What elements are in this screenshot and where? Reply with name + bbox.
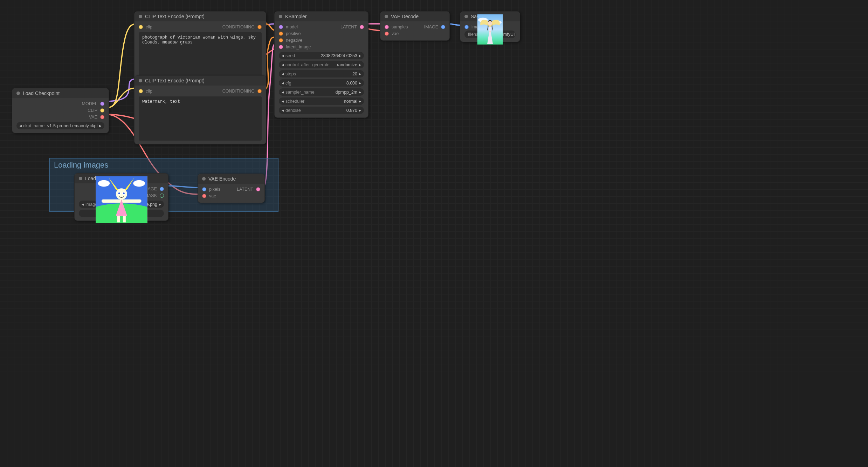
input-negative[interactable]: negative <box>279 37 320 43</box>
output-conditioning[interactable]: CONDITIONING <box>202 23 262 30</box>
input-pixels[interactable]: pixels <box>202 186 230 192</box>
port-negative-in[interactable] <box>279 38 283 42</box>
node-title: Load Image <box>85 176 111 181</box>
port-mask-out[interactable] <box>160 194 164 198</box>
output-mask[interactable]: MASK <box>79 192 164 199</box>
node-load-image[interactable]: Load Image IMAGE MASK ◀image example.png… <box>74 173 168 221</box>
arrow-right-icon[interactable]: ▶ <box>159 203 161 206</box>
output-image[interactable]: IMAGE <box>79 185 164 192</box>
widget-cfg[interactable]: ◀cfg8.000▶ <box>279 79 364 87</box>
port-clip-in[interactable] <box>139 89 143 93</box>
input-images[interactable]: images <box>464 23 516 30</box>
collapse-dot-icon[interactable] <box>385 15 388 18</box>
port-image-out[interactable] <box>441 25 445 29</box>
output-model[interactable]: MODEL <box>16 100 104 107</box>
node-header[interactable]: Load Image <box>75 174 168 183</box>
arrow-right-icon[interactable]: ▶ <box>359 109 361 112</box>
port-model-out[interactable] <box>100 102 104 106</box>
arrow-right-icon[interactable]: ▶ <box>359 81 361 85</box>
widget-filename-prefix[interactable]: filename_prefix ComfyUI <box>464 31 516 38</box>
port-model-in[interactable] <box>279 25 283 29</box>
arrow-right-icon[interactable]: ▶ <box>359 90 361 94</box>
output-vae[interactable]: VAE <box>16 114 104 120</box>
port-image-out[interactable] <box>160 187 164 191</box>
widget-ckpt-name[interactable]: ◀ckpt_name v1-5-pruned-emaonly.ckpt▶ <box>16 122 104 129</box>
widget-image[interactable]: ◀image example.png▶ <box>79 201 164 208</box>
port-pixels-in[interactable] <box>202 187 206 191</box>
widget-sampler-name[interactable]: ◀sampler_namedpmpp_2m▶ <box>279 88 364 96</box>
node-load-checkpoint[interactable]: Load Checkpoint MODEL CLIP VAE ◀ckpt_nam… <box>12 88 109 133</box>
arrow-right-icon[interactable]: ▶ <box>359 72 361 76</box>
widget-control-after-generate[interactable]: ◀control_after_generaterandomize▶ <box>279 61 364 68</box>
port-vae-in[interactable] <box>202 194 206 198</box>
port-cond-out[interactable] <box>257 25 262 29</box>
output-conditioning[interactable]: CONDITIONING <box>202 88 262 94</box>
arrow-left-icon[interactable]: ◀ <box>82 203 84 206</box>
arrow-left-icon[interactable]: ◀ <box>282 90 284 94</box>
arrow-left-icon[interactable]: ◀ <box>282 63 284 67</box>
node-clip-text-encode-positive[interactable]: CLIP Text Encode (Prompt) clip CONDITION… <box>134 11 266 80</box>
node-header[interactable]: VAE Encode <box>198 174 264 184</box>
arrow-left-icon[interactable]: ◀ <box>19 124 22 128</box>
arrow-right-icon[interactable]: ▶ <box>359 54 361 57</box>
node-header[interactable]: CLIP Text Encode (Prompt) <box>135 12 266 21</box>
port-cond-out[interactable] <box>257 89 262 93</box>
collapse-dot-icon[interactable] <box>139 79 142 82</box>
links-layer <box>0 0 868 467</box>
node-ksampler[interactable]: KSampler model positive negative latent_… <box>274 11 368 118</box>
port-clip-in[interactable] <box>139 25 143 29</box>
input-clip[interactable]: clip <box>139 23 199 30</box>
input-samples[interactable]: samples <box>385 23 414 30</box>
port-latent-out[interactable] <box>256 187 260 191</box>
port-positive-in[interactable] <box>279 32 283 36</box>
arrow-left-icon[interactable]: ◀ <box>282 54 284 57</box>
arrow-left-icon[interactable]: ◀ <box>282 81 284 85</box>
arrow-left-icon[interactable]: ◀ <box>282 109 284 112</box>
node-vae-encode[interactable]: VAE Encode pixels vae LATENT <box>198 174 265 203</box>
arrow-right-icon[interactable]: ▶ <box>99 124 102 128</box>
port-clip-out[interactable] <box>100 108 104 113</box>
prompt-textarea[interactable]: photograph of victorian woman with wings… <box>139 32 262 76</box>
input-model[interactable]: model <box>279 23 320 30</box>
collapse-dot-icon[interactable] <box>279 15 282 18</box>
output-clip[interactable]: CLIP <box>16 107 104 114</box>
node-save-image[interactable]: Save Image images filename_prefix ComfyU… <box>460 11 520 42</box>
widget-seed[interactable]: ◀seed280823642470253▶ <box>279 52 364 59</box>
collapse-dot-icon[interactable] <box>202 177 206 181</box>
arrow-right-icon[interactable]: ▶ <box>359 63 361 67</box>
port-vae-out[interactable] <box>100 115 104 119</box>
node-canvas[interactable]: Loading images Load Checkpoint MODEL CLI… <box>0 0 868 467</box>
node-header[interactable]: Save Image <box>460 12 520 21</box>
port-latent-in[interactable] <box>279 45 283 49</box>
node-header[interactable]: Load Checkpoint <box>12 88 109 98</box>
collapse-dot-icon[interactable] <box>464 15 468 18</box>
widget-scheduler[interactable]: ◀schedulernormal▶ <box>279 97 364 105</box>
arrow-left-icon[interactable]: ◀ <box>282 100 284 103</box>
node-header[interactable]: KSampler <box>275 12 368 21</box>
port-samples-in[interactable] <box>385 25 389 29</box>
collapse-dot-icon[interactable] <box>139 15 142 18</box>
input-vae[interactable]: vae <box>202 192 230 199</box>
node-header[interactable]: CLIP Text Encode (Prompt) <box>135 76 266 86</box>
output-latent[interactable]: LATENT <box>233 186 260 192</box>
widget-denoise[interactable]: ◀denoise0.870▶ <box>279 107 364 114</box>
collapse-dot-icon[interactable] <box>16 92 20 95</box>
input-clip[interactable]: clip <box>139 88 199 94</box>
upload-button[interactable]: choose file to upload <box>79 210 164 217</box>
arrow-left-icon[interactable]: ◀ <box>282 72 284 76</box>
port-latent-out[interactable] <box>360 25 364 29</box>
node-clip-text-encode-negative[interactable]: CLIP Text Encode (Prompt) clip CONDITION… <box>134 75 266 144</box>
port-images-in[interactable] <box>464 25 469 29</box>
output-latent[interactable]: LATENT <box>323 23 364 30</box>
port-vae-in[interactable] <box>385 32 389 36</box>
prompt-textarea[interactable]: watermark, text <box>139 96 262 141</box>
output-image[interactable]: IMAGE <box>416 23 446 30</box>
input-vae[interactable]: vae <box>385 30 414 37</box>
arrow-right-icon[interactable]: ▶ <box>359 100 361 103</box>
node-vae-decode[interactable]: VAE Decode samples vae IMAGE <box>380 11 450 41</box>
collapse-dot-icon[interactable] <box>79 177 82 180</box>
input-latent-image[interactable]: latent_image <box>279 43 320 50</box>
node-header[interactable]: VAE Decode <box>380 12 449 21</box>
widget-steps[interactable]: ◀steps20▶ <box>279 70 364 77</box>
input-positive[interactable]: positive <box>279 30 320 37</box>
